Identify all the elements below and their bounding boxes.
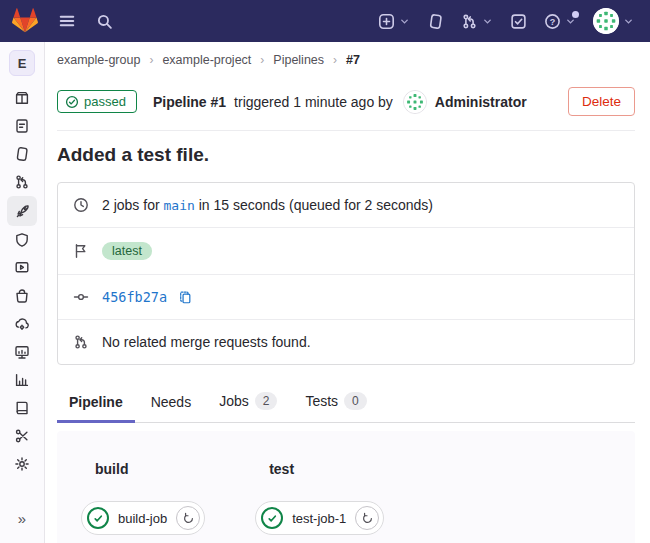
latest-badge: latest xyxy=(102,242,152,260)
scissors-icon xyxy=(14,428,30,444)
sidebar-item-analyze[interactable] xyxy=(7,366,37,394)
breadcrumb: example-group › example-project › Pipeli… xyxy=(57,42,635,76)
pipeline-number: Pipeline #1 xyxy=(153,94,226,110)
chevron-down-icon xyxy=(399,16,410,27)
search-icon xyxy=(96,13,113,30)
gear-icon xyxy=(14,456,30,472)
issues-button[interactable] xyxy=(427,13,444,30)
tab-jobs[interactable]: Jobs 2 xyxy=(207,383,289,423)
retry-icon xyxy=(361,512,374,525)
todo-list-button[interactable] xyxy=(510,13,527,30)
sidebar-item-wiki[interactable] xyxy=(7,394,37,422)
jobs-count-text: 2 jobs for xyxy=(102,197,160,213)
plus-square-icon xyxy=(378,13,395,30)
gitlab-tanuki-icon xyxy=(12,8,38,34)
merge-requests-text: No related merge requests found. xyxy=(102,334,311,350)
clipboard-copy-icon xyxy=(178,290,193,305)
notification-dot xyxy=(572,11,579,18)
sidebar-item-build[interactable] xyxy=(7,196,37,226)
duration-text: in 15 seconds (queued for 2 seconds) xyxy=(199,197,433,213)
sidebar-item-code[interactable] xyxy=(7,140,37,168)
clock-icon xyxy=(73,197,89,213)
breadcrumb-separator: › xyxy=(260,53,264,67)
branch-link[interactable]: main xyxy=(163,198,194,213)
shield-icon xyxy=(14,232,30,248)
search-button[interactable] xyxy=(96,13,113,30)
identicon-avatar xyxy=(404,90,426,114)
commit-sha-link[interactable]: 456fb27a xyxy=(102,289,167,305)
flag-icon xyxy=(73,243,89,259)
sidebar-item-monitor[interactable] xyxy=(7,338,37,366)
merge-requests-button[interactable] xyxy=(461,13,493,30)
copy-sha-button[interactable] xyxy=(178,290,193,305)
tab-count-badge: 2 xyxy=(255,392,278,410)
help-button[interactable]: ? xyxy=(544,13,576,30)
sidebar-item-plan[interactable] xyxy=(7,112,37,140)
topbar: ? xyxy=(0,0,650,42)
delete-button[interactable]: Delete xyxy=(568,87,635,116)
tab-tests[interactable]: Tests 0 xyxy=(293,383,378,423)
merge-request-icon xyxy=(461,13,478,30)
job-passed-icon xyxy=(87,507,109,529)
sidebar-item-operate[interactable] xyxy=(7,282,37,310)
project-avatar[interactable]: E xyxy=(9,50,35,76)
tab-label: Pipeline xyxy=(69,394,123,410)
administrator-name[interactable]: Administrator xyxy=(435,94,527,110)
job-pill-build-job[interactable]: build-job xyxy=(81,501,205,535)
breadcrumb-separator: › xyxy=(333,53,337,67)
hamburger-icon xyxy=(58,12,76,30)
pipeline-status-header: passed Pipeline #1 triggered 1 minute ag… xyxy=(57,76,635,131)
new-item-button[interactable] xyxy=(378,13,410,30)
question-circle-icon: ? xyxy=(544,13,561,30)
administrator-avatar[interactable] xyxy=(403,90,427,114)
breadcrumb-current: #7 xyxy=(346,53,360,67)
breadcrumb-project[interactable]: example-project xyxy=(162,53,251,67)
sidebar-collapse-button[interactable]: » xyxy=(10,506,34,531)
job-passed-icon xyxy=(261,507,283,529)
status-badge-label: passed xyxy=(84,94,126,109)
breadcrumb-pipelines[interactable]: Pipelines xyxy=(273,53,324,67)
retry-job-button[interactable] xyxy=(176,506,200,530)
user-menu-button[interactable] xyxy=(593,8,634,34)
user-avatar xyxy=(593,8,619,34)
document-icon xyxy=(14,118,30,134)
tab-label: Jobs xyxy=(219,393,249,409)
sidebar-item-merge-requests[interactable] xyxy=(7,168,37,196)
retry-job-button[interactable] xyxy=(355,506,379,530)
breadcrumb-separator: › xyxy=(149,53,153,67)
pipeline-tabs: Pipeline Needs Jobs 2 Tests 0 xyxy=(57,383,635,423)
check-circle-icon xyxy=(65,95,79,109)
sidebar-item-environments[interactable] xyxy=(7,310,37,338)
tab-needs[interactable]: Needs xyxy=(139,385,203,423)
branch-icon xyxy=(14,174,30,190)
stage-test: test test-job-1 xyxy=(255,453,384,535)
commit-title: Added a test file. xyxy=(57,144,635,166)
tab-count-badge: 0 xyxy=(344,392,367,410)
sidebar-item-secure[interactable] xyxy=(7,226,37,254)
sidebar-item-deploy[interactable] xyxy=(7,254,37,282)
pipeline-graph: build build-job xyxy=(57,431,635,543)
chevron-down-icon xyxy=(623,16,634,27)
issues-icon xyxy=(427,13,444,30)
sidebar-item-settings[interactable] xyxy=(7,450,37,478)
stage-name: build xyxy=(95,461,205,477)
hamburger-menu-button[interactable] xyxy=(58,12,76,30)
sidebar: E xyxy=(0,42,45,543)
latest-row: latest xyxy=(58,227,634,274)
chevron-down-icon xyxy=(482,16,493,27)
commit-icon xyxy=(73,289,89,305)
job-pill-test-job-1[interactable]: test-job-1 xyxy=(255,501,384,535)
pipeline-info-card: 2 jobs for main in 15 seconds (queued fo… xyxy=(57,182,635,365)
gitlab-logo[interactable] xyxy=(12,8,38,34)
status-badge[interactable]: passed xyxy=(57,90,137,113)
sidebar-item-manage[interactable] xyxy=(7,84,37,112)
tab-label: Needs xyxy=(151,394,191,410)
breadcrumb-group[interactable]: example-group xyxy=(57,53,140,67)
job-name: test-job-1 xyxy=(292,511,346,526)
topbar-left xyxy=(12,8,113,34)
stage-build: build build-job xyxy=(81,453,205,535)
tab-label: Tests xyxy=(305,393,338,409)
sidebar-item-snippets[interactable] xyxy=(7,422,37,450)
tab-pipeline[interactable]: Pipeline xyxy=(57,385,135,423)
svg-text:?: ? xyxy=(550,16,556,26)
